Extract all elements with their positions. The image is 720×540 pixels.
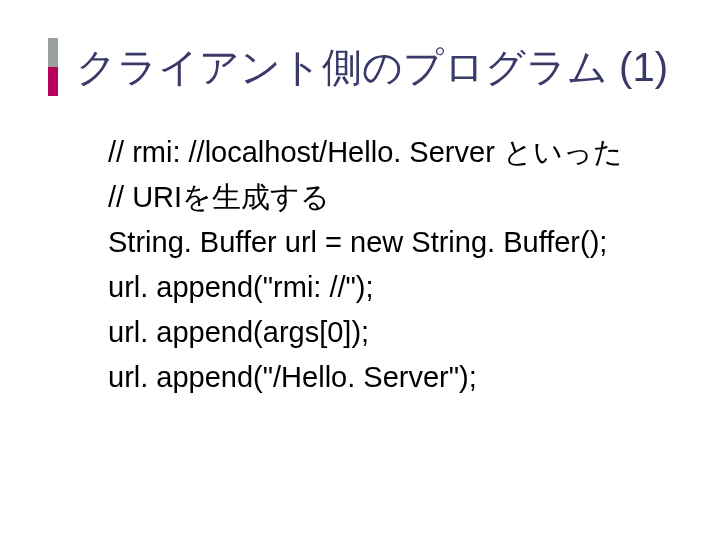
- code-line: url. append(args[0]);: [108, 310, 680, 355]
- accent-bar-icon: [48, 38, 58, 96]
- title-row: クライアント側のプログラム (1): [48, 38, 690, 96]
- code-line: // URIを生成する: [108, 175, 680, 220]
- code-block: // rmi: //localhost/Hello. Server といった /…: [108, 130, 680, 400]
- code-line: url. append("rmi: //");: [108, 265, 680, 310]
- slide: クライアント側のプログラム (1) // rmi: //localhost/He…: [0, 0, 720, 540]
- code-line: String. Buffer url = new String. Buffer(…: [108, 220, 680, 265]
- slide-title: クライアント側のプログラム (1): [76, 45, 668, 89]
- code-line: // rmi: //localhost/Hello. Server といった: [108, 130, 680, 175]
- code-line: url. append("/Hello. Server");: [108, 355, 680, 400]
